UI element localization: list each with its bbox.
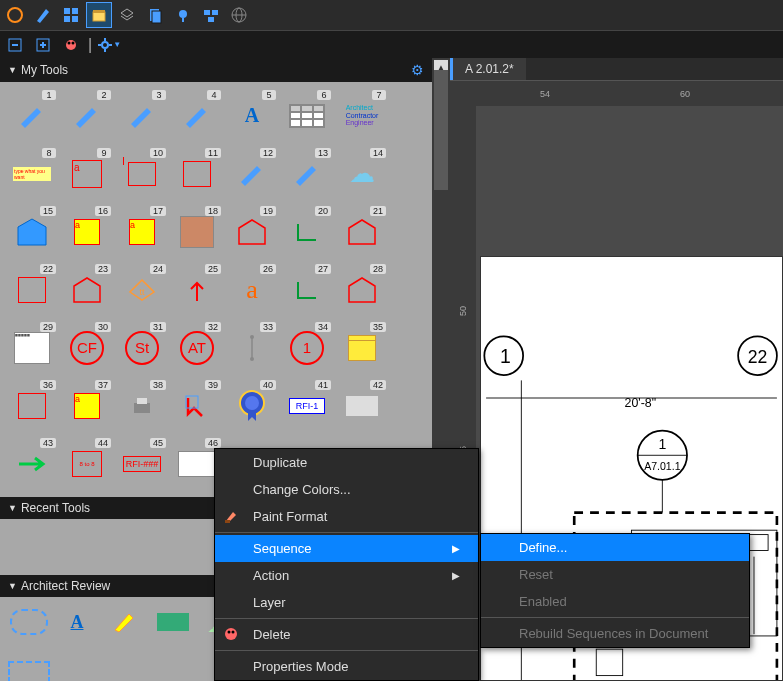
submenu-item-label: Reset (519, 567, 553, 582)
scroll-thumb[interactable] (434, 70, 448, 190)
recent-tool-item[interactable] (8, 527, 50, 557)
tool-sticky-note[interactable]: 35 (336, 320, 388, 375)
tool-seal[interactable]: 40 (226, 378, 278, 433)
tool-thumb (232, 330, 272, 366)
menu-item-duplicate[interactable]: Duplicate (215, 449, 478, 476)
tool-text-a[interactable]: 26a (226, 262, 278, 317)
menu-item-action[interactable]: Action▶ (215, 562, 478, 589)
arch-tool-cloud-blue[interactable] (8, 605, 50, 639)
menu-separator (215, 618, 478, 619)
tool-thumb (232, 156, 272, 192)
highlighter-btn[interactable] (30, 2, 56, 28)
arch-tool-dashed[interactable] (8, 661, 50, 681)
tool-blank[interactable]: 42 (336, 378, 388, 433)
profile-btn[interactable] (2, 2, 28, 28)
pages-btn[interactable] (142, 2, 168, 28)
settings-gear-btn[interactable]: ▼ (96, 32, 122, 58)
tool-note-box[interactable]: 22 (6, 262, 58, 317)
tool-text-box[interactable]: 9a (61, 146, 113, 201)
menu-item-sequence[interactable]: Sequence▶ (215, 535, 478, 562)
toolchest-btn[interactable] (86, 2, 112, 28)
tool-stamp-circle[interactable]: 32AT (171, 320, 223, 375)
tool-number-badge: 32 (205, 322, 221, 332)
tool-stamp-circle[interactable]: 30CF (61, 320, 113, 375)
tool-ft-pentagon[interactable]: 23 (61, 262, 113, 317)
collapse-btn[interactable] (2, 32, 28, 58)
menu-item-delete[interactable]: Delete (215, 621, 478, 648)
menu-item-change-colors-[interactable]: Change Colors... (215, 476, 478, 503)
arch-tool-dim[interactable] (56, 661, 98, 681)
tool-pen-tool[interactable]: 2 (61, 88, 113, 143)
tool-stamp-circle[interactable]: 341 (281, 320, 333, 375)
paintbrush-icon (223, 508, 241, 526)
tool-roles[interactable]: 7ArchitectContractorEngineer (336, 88, 388, 143)
tool-rfi-hash[interactable]: 45RFI-### (116, 436, 168, 491)
tool-pen-tool[interactable]: 1 (6, 88, 58, 143)
tool-thumb (177, 156, 217, 192)
tool-ft-pentagon[interactable]: 19 (226, 204, 278, 259)
tool-pen-tool[interactable]: 3 (116, 88, 168, 143)
tool-thumb: type what you want (12, 156, 52, 192)
tool-ft-pentagon[interactable]: 28 (336, 262, 388, 317)
tool-section-line[interactable]: 20 (281, 204, 333, 259)
tool-section-line[interactable]: 27 (281, 262, 333, 317)
tool-poly-box[interactable]: 16a (61, 204, 113, 259)
menu-item-label: Duplicate (253, 455, 307, 470)
tool-pen-tool[interactable]: 4 (171, 88, 223, 143)
my-tools-gear-icon[interactable]: ⚙ (411, 62, 424, 78)
arch-tool-text-A-blue[interactable]: A (56, 605, 98, 639)
expand-btn[interactable] (30, 32, 56, 58)
tool-ft-box[interactable]: 11 (171, 146, 223, 201)
tool-ft-shape[interactable]: 15 (6, 204, 58, 259)
tool-pen-tool[interactable]: 13 (281, 146, 333, 201)
tool-poly-box[interactable]: 37a (61, 378, 113, 433)
menu-separator (481, 617, 749, 618)
delete-icon (223, 626, 241, 644)
tool-thumb (122, 98, 162, 134)
tool-number-badge: 46 (205, 438, 221, 448)
tool-dim-box[interactable]: 448 to 8 (61, 436, 113, 491)
globe-btn[interactable] (226, 2, 252, 28)
tool-solid-box[interactable]: 18 (171, 204, 223, 259)
tool-titleblock[interactable]: 29▦▦▦▦▦ (6, 320, 58, 375)
arch-tool-highlighter[interactable] (104, 605, 146, 639)
svg-text:1: 1 (500, 345, 511, 367)
tool-number-badge: 12 (260, 148, 276, 158)
document-tab[interactable]: A 2.01.2* (450, 58, 526, 80)
arch-tool-fill-green-sm[interactable] (152, 605, 194, 639)
tool-thumb (342, 388, 382, 424)
tool-stamp-circle[interactable]: 31St (116, 320, 168, 375)
layers-btn[interactable] (114, 2, 140, 28)
tool-cloud[interactable]: 14☁ (336, 146, 388, 201)
tool-arrow-green[interactable]: 43 (6, 436, 58, 491)
sets-btn[interactable] (198, 2, 224, 28)
svg-rect-11 (212, 10, 218, 15)
tool-pen-tool[interactable]: 12 (226, 146, 278, 201)
expand-icon: ▼ (8, 65, 17, 75)
menu-item-layer[interactable]: Layer (215, 589, 478, 616)
menu-separator (215, 650, 478, 651)
bug-btn[interactable] (58, 32, 84, 58)
tool-print[interactable]: 38 (116, 378, 168, 433)
svg-point-38 (250, 357, 254, 361)
tool-callout[interactable]: 10 (116, 146, 168, 201)
tool-text-A[interactable]: 5A (226, 88, 278, 143)
tool-ft-pentagon[interactable]: 21 (336, 204, 388, 259)
tool-typewriter[interactable]: 8type what you want (6, 146, 58, 201)
tool-revision[interactable]: 24tt (116, 262, 168, 317)
menu-item-properties-mode[interactable]: Properties Mode (215, 653, 478, 680)
tool-poly-box[interactable]: 17a (116, 204, 168, 259)
tool-rfi-small[interactable]: 41RFI-1 (281, 378, 333, 433)
pin-btn[interactable] (170, 2, 196, 28)
tool-table[interactable]: 6 (281, 88, 333, 143)
tool-divider[interactable]: 33 (226, 320, 278, 375)
submenu-item-define-[interactable]: Define... (481, 534, 749, 561)
thumbnails-btn[interactable] (58, 2, 84, 28)
tool-ft-box[interactable]: 36 (6, 378, 58, 433)
tool-arrow-up[interactable]: 25 (171, 262, 223, 317)
tool-checkmark[interactable]: 39 (171, 378, 223, 433)
my-tools-header[interactable]: ▼ My Tools ⚙ (0, 58, 432, 82)
tool-number-badge: 20 (315, 206, 331, 216)
menu-item-paint-format[interactable]: Paint Format (215, 503, 478, 530)
tool-thumb (122, 156, 162, 192)
